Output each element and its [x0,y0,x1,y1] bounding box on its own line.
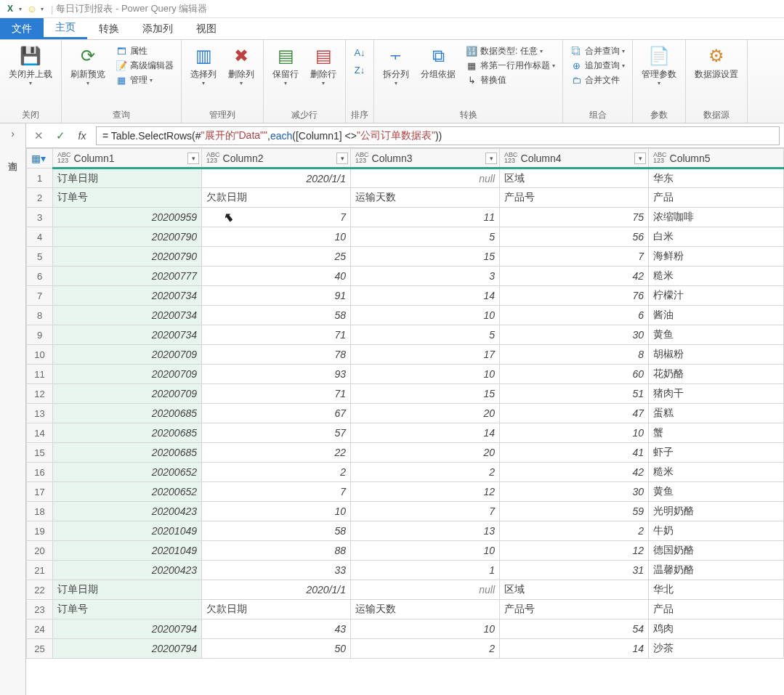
cell[interactable]: 75 [500,208,649,227]
cell[interactable]: 10 [202,502,351,521]
cell[interactable]: 41 [500,443,649,463]
table-row[interactable]: 2020201049881012德国奶酪 [27,541,784,561]
cell[interactable]: 30 [500,482,649,502]
row-number[interactable]: 17 [27,482,53,502]
row-number[interactable]: 20 [27,541,53,561]
table-row[interactable]: 52020079025157海鲜粉 [27,247,784,267]
table-row[interactable]: 3202009597⬉1175浓缩咖啡 [27,208,784,227]
cell[interactable]: 20 [351,404,500,423]
cell[interactable]: 20200794 [53,619,202,639]
table-row[interactable]: 2订单号欠款日期运输天数产品号产品 [27,188,784,208]
row-number[interactable]: 4 [27,227,53,247]
cell[interactable]: 2020/1/1 [202,580,351,600]
cell[interactable]: 区域 [500,168,649,188]
cell[interactable]: 10 [202,227,351,247]
table-row[interactable]: 720200734911476柠檬汁 [27,286,784,306]
keep-rows-button[interactable]: ▤ 保留行 ▾ [268,43,303,88]
cell[interactable]: 订单号 [53,188,202,208]
table-row[interactable]: 1220200709711551猪肉干 [27,384,784,404]
properties-button[interactable]: 🗔属性 [113,44,177,58]
row-number[interactable]: 15 [27,443,53,463]
row-number[interactable]: 11 [27,365,53,384]
cell[interactable]: 13 [351,521,500,541]
cell[interactable]: 蟹 [649,423,784,443]
cell[interactable]: 59 [500,502,649,521]
append-queries-button[interactable]: ⊕追加查询▾ [567,59,628,73]
row-number[interactable]: 18 [27,502,53,521]
manage-params-button[interactable]: 📄 管理参数 ▾ [637,43,681,88]
cell[interactable]: 11 [351,208,500,227]
col-header-3[interactable]: ABC123Column3▾ [351,149,500,168]
cell[interactable]: null [351,168,500,188]
row-number[interactable]: 2 [27,188,53,208]
cancel-formula-button[interactable]: ✕ [31,128,47,144]
table-row[interactable]: 182020042310759光明奶酪 [27,502,784,521]
cell[interactable]: 20200734 [53,306,202,325]
row-number[interactable]: 6 [27,267,53,286]
row-number[interactable]: 10 [27,345,53,365]
qa-dropdown-1[interactable]: ▾ [19,6,22,12]
table-row[interactable]: 172020065271230黄鱼 [27,482,784,502]
cell[interactable]: 运输天数 [351,600,500,619]
firstrow-header-button[interactable]: ▦将第一行用作标题▾ [463,59,558,73]
cell[interactable]: 华北 [649,580,784,600]
cell[interactable]: 虾子 [649,443,784,463]
row-number[interactable]: 13 [27,404,53,423]
cell[interactable]: 76 [500,286,649,306]
remove-columns-button[interactable]: ✖ 删除列 ▾ [224,43,259,88]
cell[interactable]: 10 [351,306,500,325]
cell[interactable]: 14 [500,639,649,659]
cell[interactable]: 42 [500,267,649,286]
tab-file[interactable]: 文件 [0,18,44,39]
row-number[interactable]: 22 [27,580,53,600]
cell[interactable]: 20201049 [53,541,202,561]
cell[interactable]: 柠檬汁 [649,286,784,306]
cell[interactable]: 50 [202,639,351,659]
cell[interactable]: 2 [351,639,500,659]
col-header-1[interactable]: ABC123Column1▾ [53,149,202,168]
remove-rows-button[interactable]: ▤ 删除行 ▾ [306,43,341,88]
cell[interactable]: null [351,580,500,600]
merge-queries-button[interactable]: ⿻合并查询▾ [567,44,628,58]
filter-col2-button[interactable]: ▾ [336,153,348,164]
cell[interactable]: 25 [202,247,351,267]
row-number[interactable]: 3 [27,208,53,227]
cell[interactable]: 20200734 [53,325,202,345]
cell[interactable]: 20200777 [53,267,202,286]
table-row[interactable]: 2420200794431054鸡肉 [27,619,784,639]
cell[interactable]: 20 [351,443,500,463]
cell[interactable]: 鸡肉 [649,619,784,639]
cell[interactable]: 华东 [649,168,784,188]
cell[interactable]: 58 [202,306,351,325]
cell[interactable]: 产品 [649,188,784,208]
cell[interactable]: 12 [500,541,649,561]
sort-desc-button[interactable]: Z↓ [352,62,368,78]
cell[interactable]: 温馨奶酪 [649,561,784,580]
table-row[interactable]: 82020073458106酱油 [27,306,784,325]
row-number[interactable]: 16 [27,463,53,482]
cell[interactable]: 14 [351,423,500,443]
cell[interactable]: 运输天数 [351,188,500,208]
filter-col4-button[interactable]: ▾ [634,153,646,164]
col-header-5[interactable]: ABC123Column5 [649,149,784,168]
cell[interactable]: 糙米 [649,463,784,482]
cell[interactable]: 30 [500,325,649,345]
cell[interactable]: 20200790 [53,227,202,247]
row-number[interactable]: 19 [27,521,53,541]
cell[interactable]: 10 [351,619,500,639]
tab-home[interactable]: 主页 [44,18,87,39]
manage-button[interactable]: ▦管理▾ [113,73,177,87]
tab-addcolumn[interactable]: 添加列 [131,18,185,39]
cell[interactable]: 黄鱼 [649,482,784,502]
cell[interactable]: 10 [351,365,500,384]
table-row[interactable]: 1订单日期2020/1/1null区域华东 [27,168,784,188]
cell[interactable]: 17 [351,345,500,365]
cell[interactable]: 2 [202,463,351,482]
table-row[interactable]: 1120200709931060花奶酪 [27,365,784,384]
split-column-button[interactable]: ⫟ 拆分列 ▾ [379,43,413,88]
combine-files-button[interactable]: 🗀合并文件 [567,73,628,87]
formula-input[interactable]: = Table.SelectRows(#"展开的"Data"", each ([… [96,126,780,145]
row-number[interactable]: 8 [27,306,53,325]
table-row[interactable]: 62020077740342糙米 [27,267,784,286]
cell[interactable]: 20200709 [53,345,202,365]
